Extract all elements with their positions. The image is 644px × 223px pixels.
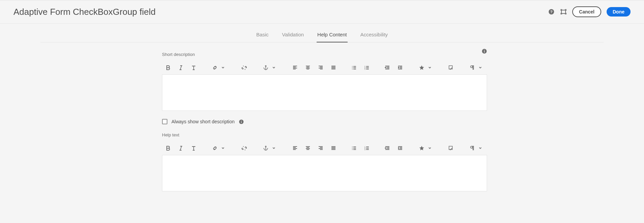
list-ol-icon[interactable]: 123: [364, 64, 369, 71]
link-icon: [212, 64, 218, 71]
done-button[interactable]: Done: [607, 7, 631, 17]
align-justify-icon[interactable]: [331, 145, 336, 152]
tab-help-content[interactable]: Help Content: [317, 32, 347, 42]
rte-toolbar-help-text: 123: [162, 142, 487, 155]
link-group[interactable]: [212, 64, 226, 71]
align-center-icon[interactable]: [305, 64, 311, 71]
info-icon[interactable]: [482, 49, 487, 55]
chevron-down-icon: [477, 64, 484, 71]
paragraph-icon: [469, 64, 476, 71]
dialog-header: Adaptive Form CheckBoxGroup field ? Canc…: [0, 0, 644, 24]
svg-point-17: [352, 147, 353, 147]
content-area: Short description: [49, 42, 595, 213]
svg-point-7: [352, 66, 353, 67]
svg-point-18: [352, 148, 353, 149]
fullscreen-icon[interactable]: [560, 8, 567, 15]
svg-rect-4: [484, 51, 485, 53]
paragraph-group[interactable]: [469, 145, 484, 152]
svg-point-16: [265, 146, 266, 147]
svg-text:3: 3: [364, 149, 365, 151]
chevron-down-icon: [426, 145, 433, 152]
chevron-down-icon: [220, 64, 226, 71]
align-left-icon[interactable]: [292, 145, 298, 152]
align-right-icon[interactable]: [318, 64, 323, 71]
indent-icon[interactable]: [397, 64, 403, 71]
help-icon[interactable]: ?: [548, 8, 555, 15]
tabs: Basic Validation Help Content Accessibil…: [40, 24, 604, 42]
bold-icon[interactable]: [165, 64, 171, 71]
help-text-label: Help text: [162, 132, 595, 137]
page-title: Adaptive Form CheckBoxGroup field: [13, 7, 156, 17]
text-style-icon[interactable]: [191, 64, 196, 71]
tab-basic[interactable]: Basic: [256, 32, 269, 42]
always-show-label: Always show short description: [171, 119, 235, 124]
link-icon: [212, 145, 218, 152]
svg-rect-5: [484, 50, 485, 51]
align-center-icon[interactable]: [305, 145, 311, 152]
spellcheck-icon[interactable]: [448, 64, 454, 71]
svg-point-9: [352, 69, 353, 69]
special-char-group[interactable]: [418, 145, 433, 152]
link-group[interactable]: [212, 145, 226, 152]
svg-rect-15: [241, 120, 242, 121]
bold-icon[interactable]: [165, 145, 171, 152]
star-icon: [418, 145, 425, 152]
special-char-group[interactable]: [418, 64, 433, 71]
anchor-icon: [262, 145, 269, 152]
italic-icon[interactable]: [178, 145, 184, 152]
short-description-input[interactable]: [162, 74, 487, 111]
unlink-icon[interactable]: [242, 145, 247, 152]
svg-rect-14: [241, 121, 242, 123]
paragraph-icon: [469, 145, 476, 152]
text-style-icon[interactable]: [191, 145, 196, 152]
chevron-down-icon: [477, 145, 484, 152]
outdent-icon[interactable]: [385, 145, 390, 152]
align-left-icon[interactable]: [292, 64, 298, 71]
cancel-button[interactable]: Cancel: [572, 6, 601, 17]
tab-validation[interactable]: Validation: [282, 32, 304, 42]
svg-point-8: [352, 67, 353, 68]
svg-text:?: ?: [550, 10, 553, 14]
star-icon: [418, 64, 425, 71]
chevron-down-icon: [270, 64, 277, 71]
svg-point-6: [265, 66, 266, 67]
chevron-down-icon: [270, 145, 277, 152]
anchor-group[interactable]: [262, 64, 277, 71]
short-description-field: Short description: [49, 52, 595, 111]
align-right-icon[interactable]: [318, 145, 323, 152]
spellcheck-icon[interactable]: [448, 145, 454, 152]
paragraph-group[interactable]: [469, 64, 484, 71]
tab-accessibility[interactable]: Accessibility: [360, 32, 388, 42]
list-ol-icon[interactable]: 123: [364, 145, 369, 152]
align-justify-icon[interactable]: [331, 64, 336, 71]
outdent-icon[interactable]: [385, 64, 390, 71]
short-description-label: Short description: [162, 52, 595, 57]
always-show-checkbox[interactable]: [162, 119, 167, 124]
rte-toolbar-short-description: 123: [162, 62, 487, 74]
italic-icon[interactable]: [178, 64, 184, 71]
anchor-group[interactable]: [262, 145, 277, 152]
list-ul-icon[interactable]: [351, 64, 357, 71]
help-text-field: Help text: [49, 132, 595, 191]
indent-icon[interactable]: [397, 145, 403, 152]
always-show-row: Always show short description: [162, 119, 595, 124]
info-icon[interactable]: [239, 119, 244, 124]
chevron-down-icon: [220, 145, 226, 152]
unlink-icon[interactable]: [242, 64, 247, 71]
svg-rect-2: [561, 10, 566, 13]
list-ul-icon[interactable]: [351, 145, 357, 152]
anchor-icon: [262, 64, 269, 71]
chevron-down-icon: [426, 64, 433, 71]
header-actions: ? Cancel Done: [548, 6, 631, 17]
svg-text:3: 3: [364, 68, 365, 70]
help-text-input[interactable]: [162, 155, 487, 191]
svg-point-19: [352, 149, 353, 150]
